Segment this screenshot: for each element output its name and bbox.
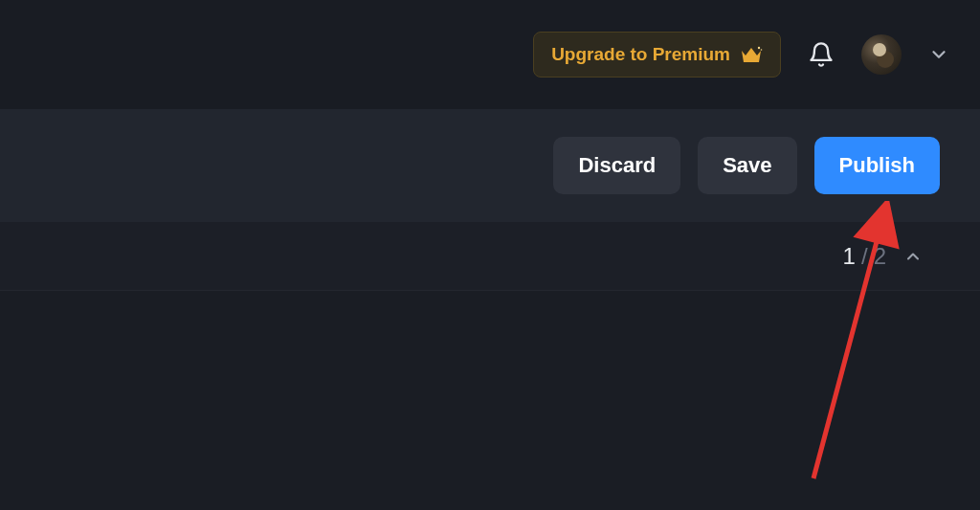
notifications-bell-icon[interactable] [808,41,835,68]
page-separator: / [861,243,868,270]
user-avatar[interactable] [861,34,902,75]
page-current: 1 [843,243,856,270]
upgrade-label: Upgrade to Premium [551,44,730,65]
action-bar: Discard Save Publish [0,109,980,222]
top-header: Upgrade to Premium [0,0,980,109]
page-indicator: 1 / 2 [843,243,886,270]
discard-button[interactable]: Discard [553,137,680,194]
collapse-chevron-up-icon[interactable] [903,247,923,266]
publish-button[interactable]: Publish [814,137,940,194]
user-menu-chevron-down-icon[interactable] [928,44,949,65]
svg-point-0 [758,47,760,49]
save-button[interactable]: Save [698,137,796,194]
crown-icon [740,45,763,64]
content-pagination-bar: 1 / 2 [0,222,980,291]
svg-point-1 [761,49,763,51]
content-body [0,291,980,510]
upgrade-premium-button[interactable]: Upgrade to Premium [533,32,781,78]
page-total: 2 [874,243,886,270]
